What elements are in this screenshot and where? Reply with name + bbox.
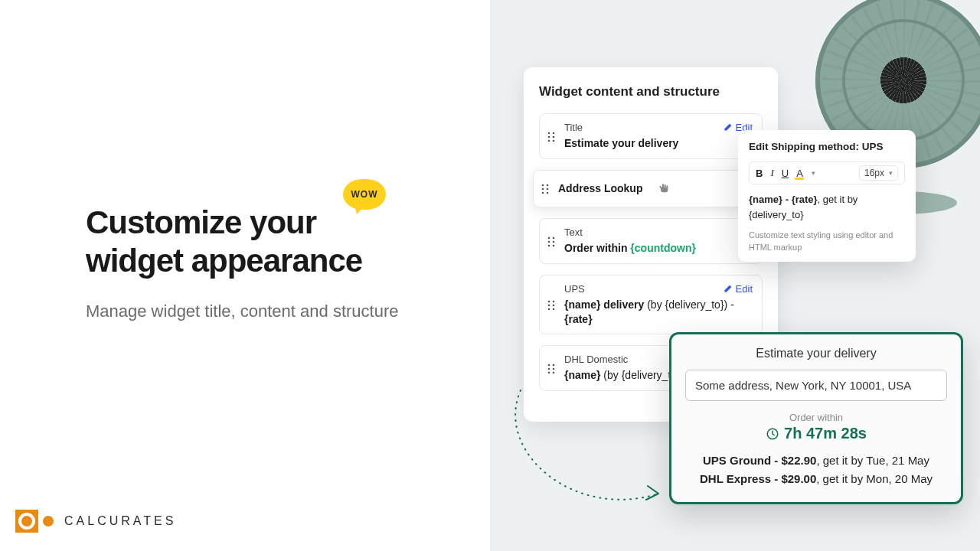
settings-heading: Widget content and structure bbox=[539, 84, 763, 99]
drag-handle-icon[interactable] bbox=[547, 236, 555, 246]
svg-point-14 bbox=[548, 240, 550, 243]
pencil-icon bbox=[723, 122, 733, 132]
font-size-select[interactable]: 16px ▾ bbox=[859, 165, 898, 181]
svg-point-21 bbox=[553, 305, 555, 307]
edit-label: Edit bbox=[736, 283, 753, 295]
svg-point-16 bbox=[548, 244, 550, 246]
row-value: Address Lookup bbox=[558, 181, 642, 196]
svg-point-27 bbox=[553, 368, 555, 370]
preview-widget: Estimate your delivery Order within 7h 4… bbox=[669, 332, 963, 504]
editor-panel: Edit Shipping method: UPS B I U A ▾ 16px… bbox=[738, 130, 916, 262]
row-value: Order within {countdown} bbox=[564, 241, 751, 256]
brand-block: CALCURATES bbox=[15, 510, 176, 533]
svg-point-18 bbox=[548, 301, 550, 303]
svg-point-2 bbox=[548, 136, 550, 139]
headline-line2: widget appearance bbox=[86, 243, 362, 279]
svg-point-9 bbox=[547, 188, 549, 191]
underline-button[interactable]: U bbox=[782, 168, 789, 179]
svg-point-20 bbox=[548, 305, 550, 307]
svg-point-13 bbox=[553, 236, 555, 239]
svg-point-8 bbox=[542, 188, 544, 191]
clock-icon bbox=[766, 427, 779, 441]
editor-title: Edit Shipping method: UPS bbox=[749, 141, 905, 152]
svg-point-22 bbox=[548, 308, 550, 311]
page-headline: Customize your widget appearance bbox=[86, 204, 362, 279]
svg-point-5 bbox=[553, 140, 555, 142]
svg-point-28 bbox=[548, 372, 550, 374]
row-address-lookup[interactable]: Address Lookup bbox=[533, 170, 769, 207]
chevron-down-icon[interactable]: ▾ bbox=[812, 169, 815, 177]
svg-point-29 bbox=[553, 372, 555, 374]
preview-title: Estimate your delivery bbox=[685, 347, 947, 360]
brand-logo bbox=[15, 510, 54, 533]
editor-content[interactable]: {name} - {rate}, get it by {delivery_to} bbox=[749, 192, 905, 222]
order-within-label: Order within bbox=[685, 412, 947, 423]
svg-point-11 bbox=[547, 192, 549, 194]
brand-name: CALCURATES bbox=[64, 514, 176, 528]
svg-point-7 bbox=[547, 184, 549, 187]
editor-hint: Customize text styling using editor and … bbox=[749, 230, 905, 254]
svg-point-0 bbox=[548, 132, 550, 135]
pencil-icon bbox=[723, 284, 733, 294]
drag-handle-icon[interactable] bbox=[541, 184, 549, 193]
svg-point-10 bbox=[542, 192, 544, 194]
rate-line: UPS Ground - $22.90, get it by Tue, 21 M… bbox=[685, 452, 947, 470]
svg-point-12 bbox=[548, 236, 550, 239]
italic-button[interactable]: I bbox=[770, 167, 773, 179]
drag-handle-icon[interactable] bbox=[547, 300, 555, 309]
left-pane: WOW Customize your widget appearance Man… bbox=[0, 0, 490, 551]
drag-handle-icon[interactable] bbox=[547, 364, 555, 373]
row-text[interactable]: Text Order within {countdown} bbox=[539, 218, 763, 264]
svg-point-4 bbox=[548, 140, 550, 142]
headline-line1: Customize your bbox=[86, 204, 316, 240]
row-value: Estimate your delivery bbox=[564, 136, 751, 151]
edit-link[interactable]: Edit bbox=[723, 283, 753, 295]
svg-point-3 bbox=[553, 136, 555, 139]
svg-point-23 bbox=[553, 308, 555, 311]
svg-point-17 bbox=[553, 244, 555, 246]
svg-point-19 bbox=[553, 301, 555, 303]
text-color-button[interactable]: A bbox=[796, 168, 804, 179]
svg-point-25 bbox=[553, 364, 555, 367]
row-type: Text bbox=[564, 227, 751, 238]
page-subhead: Manage widget title, content and structu… bbox=[86, 298, 398, 324]
bold-button[interactable]: B bbox=[756, 168, 763, 179]
row-value: {name} delivery (by {delivery_to}) - {ra… bbox=[564, 298, 751, 327]
text-toolbar: B I U A ▾ 16px ▾ bbox=[749, 161, 905, 184]
address-input[interactable] bbox=[685, 370, 947, 401]
svg-point-24 bbox=[548, 364, 550, 367]
grab-cursor-icon bbox=[658, 182, 670, 194]
svg-point-26 bbox=[548, 368, 550, 370]
row-ups[interactable]: Edit UPS {name} delivery (by {delivery_t… bbox=[539, 275, 763, 335]
rate-line: DHL Express - $29.00, get it by Mon, 20 … bbox=[685, 470, 947, 488]
rates-block: UPS Ground - $22.90, get it by Tue, 21 M… bbox=[685, 452, 947, 488]
svg-point-15 bbox=[553, 240, 555, 243]
chevron-down-icon: ▾ bbox=[889, 169, 893, 177]
svg-point-1 bbox=[553, 132, 555, 135]
drag-handle-icon[interactable] bbox=[547, 132, 555, 141]
svg-point-6 bbox=[542, 184, 544, 187]
countdown-value: 7h 47m 28s bbox=[685, 425, 947, 442]
row-title[interactable]: Edit Title Estimate your delivery bbox=[539, 113, 763, 159]
